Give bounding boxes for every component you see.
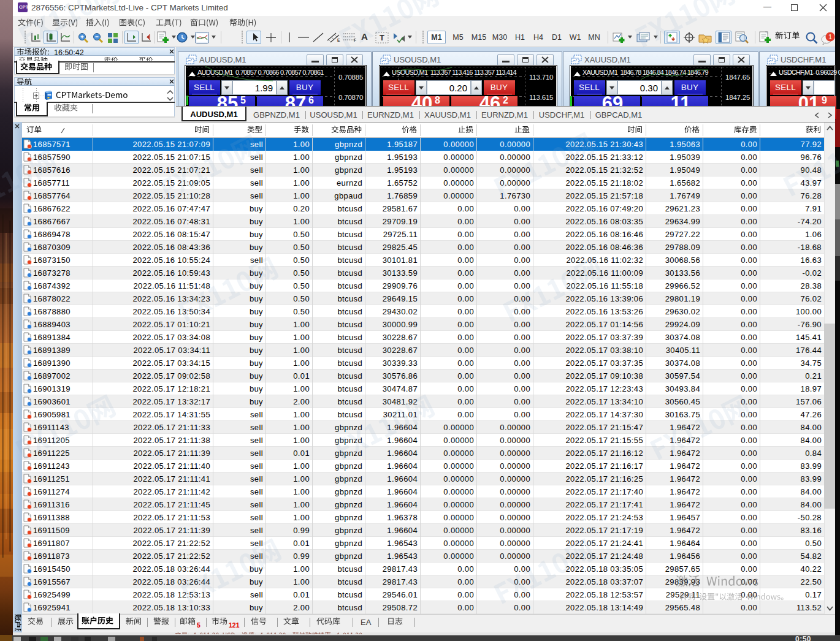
svg-text:1: 1	[828, 33, 832, 40]
